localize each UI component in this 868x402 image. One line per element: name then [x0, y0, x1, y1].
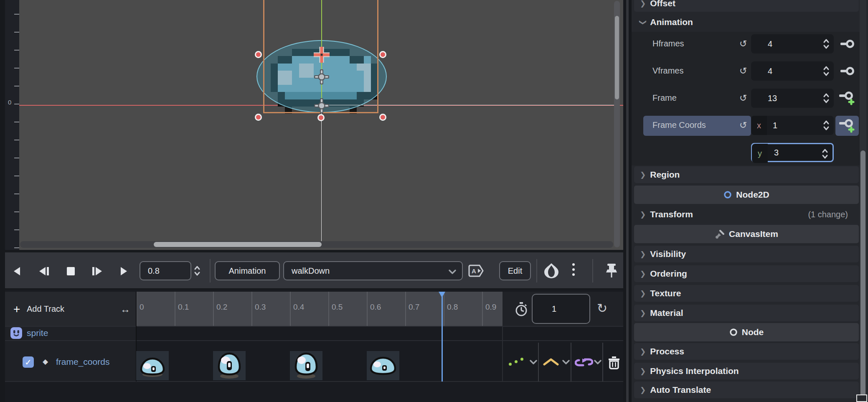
pin-animation-icon[interactable] — [604, 262, 619, 279]
revert-icon[interactable]: ↺ — [739, 38, 747, 49]
spinner-icon[interactable] — [823, 92, 830, 104]
interpolation-dropdown-icon[interactable] — [562, 359, 570, 364]
canvas-viewport[interactable]: 0 — [5, 0, 623, 250]
game-window-left-edge — [321, 105, 322, 247]
add-track-button[interactable]: Add Track — [27, 304, 64, 314]
spinner-icon[interactable] — [823, 120, 830, 131]
revert-icon[interactable]: ↺ — [739, 120, 747, 131]
position-crosshair[interactable] — [312, 45, 331, 64]
track-sprite-label[interactable]: sprite — [27, 328, 48, 338]
viewport-horizontal-scrollbar[interactable] — [20, 241, 613, 248]
vframes-field[interactable]: 4 — [751, 61, 834, 81]
section-ordering[interactable]: ❯ Ordering — [634, 265, 859, 282]
node-category-header[interactable]: Node — [634, 323, 859, 341]
keyframe-thumbnail[interactable] — [213, 351, 246, 380]
update-mode-icon[interactable] — [509, 358, 526, 366]
update-mode-dropdown-icon[interactable] — [530, 359, 537, 364]
play-backwards-button[interactable] — [13, 266, 22, 276]
settings-separator — [538, 343, 539, 382]
h-scroll-thumb[interactable] — [154, 242, 322, 247]
canvasitem-category-header[interactable]: CanvasItem — [634, 225, 859, 243]
revert-icon[interactable]: ↺ — [739, 66, 747, 76]
section-transform[interactable]: ❯ Transform (1 change) — [634, 206, 859, 223]
spinner-icon[interactable] — [823, 38, 830, 50]
onion-options-icon[interactable] — [572, 263, 575, 276]
edit-button[interactable]: Edit — [499, 261, 531, 280]
selection-handle-bottom-left[interactable] — [255, 114, 262, 121]
transform-change-note: (1 change) — [808, 210, 848, 219]
animation-panel: 0.8 Animation walkDown A Edit — [5, 252, 623, 402]
hframes-field[interactable]: 4 — [751, 34, 834, 53]
origin-gizmo[interactable] — [314, 98, 329, 113]
frame-coords-key-insert-button[interactable] — [835, 116, 859, 135]
timeline-playhead[interactable] — [442, 292, 443, 382]
pan-timeline-icon[interactable]: ↔ — [120, 303, 130, 315]
frame-coords-x-field[interactable]: x 1 — [751, 116, 834, 135]
playhead-handle[interactable] — [439, 292, 445, 298]
frame-field[interactable]: 13 — [751, 89, 834, 108]
play-button[interactable] — [119, 266, 128, 276]
viewport-vertical-scrollbar[interactable] — [614, 1, 620, 247]
node2d-category-header[interactable]: Node2D — [634, 186, 859, 204]
onion-skinning-icon[interactable] — [543, 262, 560, 279]
inspector-panel: ❯ Offset ❯ Animation Hframes ↺ 4 Vframes… — [632, 0, 868, 402]
chevron-down-icon: ❯ — [639, 19, 647, 25]
section-region[interactable]: ❯ Region — [634, 166, 859, 183]
loop-animation-icon[interactable]: ↻ — [597, 301, 607, 315]
keyframe-thumbnail[interactable] — [136, 351, 169, 380]
section-animation[interactable]: ❯ Animation — [634, 14, 859, 31]
spinner-icon[interactable] — [822, 148, 828, 160]
track-enabled-checkbox[interactable]: ✓ — [23, 356, 34, 368]
section-visibility[interactable]: ❯ Visibility — [634, 246, 859, 262]
section-offset[interactable]: ❯ Offset — [634, 0, 859, 12]
time-spinner[interactable] — [194, 265, 201, 277]
settings-separator — [602, 343, 603, 382]
selection-handle-bottom-center[interactable] — [317, 114, 325, 121]
revert-icon[interactable]: ↺ — [739, 93, 747, 104]
section-auto-translate[interactable]: ❯ Auto Translate — [634, 382, 859, 398]
vframes-label: Vframes — [652, 66, 683, 76]
hframes-key-button[interactable] — [835, 34, 859, 53]
canvas-area[interactable] — [19, 0, 623, 250]
interpolation-mode-icon[interactable] — [543, 358, 559, 366]
row-divider — [5, 326, 623, 327]
section-texture[interactable]: ❯ Texture — [634, 285, 859, 302]
animation-menu-button[interactable]: Animation — [215, 261, 280, 280]
panel-splitter[interactable] — [626, 0, 629, 402]
brush-icon — [715, 229, 725, 239]
track-frame-coords-label[interactable]: frame_coords — [56, 357, 109, 367]
frame-label: Frame — [652, 93, 677, 103]
section-physics-interpolation[interactable]: ❯ Physics Interpolation — [634, 363, 859, 379]
section-material[interactable]: ❯ Material — [634, 305, 859, 321]
add-track-plus-icon: + — [13, 303, 20, 316]
frame-coords-y-field[interactable]: y 3 — [751, 143, 834, 162]
spinner-icon[interactable] — [823, 65, 830, 77]
sprite2d-node-icon — [10, 327, 23, 339]
timeline-ruler[interactable]: 0 0.1 0.2 0.3 0.4 0.5 0.6 0.7 0.8 0.9 — [136, 292, 503, 326]
play-backwards-from-end-button[interactable] — [38, 266, 49, 276]
autoplay-on-load-icon[interactable]: A — [468, 264, 485, 278]
loop-wrap-mode-icon[interactable] — [575, 357, 593, 368]
v-scroll-thumb[interactable] — [615, 16, 619, 99]
chevron-right-icon: ❯ — [640, 270, 646, 278]
frame-key-insert-button[interactable] — [835, 89, 859, 108]
hframes-label: Hframes — [652, 39, 684, 48]
selection-handle-bottom-right[interactable] — [379, 114, 386, 121]
stop-button[interactable] — [66, 266, 75, 276]
center-anchor-gizmo[interactable] — [314, 69, 329, 84]
keyframe-thumbnail[interactable] — [367, 351, 399, 380]
loop-wrap-dropdown-icon[interactable] — [594, 359, 602, 364]
play-from-position-button[interactable] — [92, 266, 103, 276]
inspector-scroll-thumb[interactable] — [860, 150, 865, 402]
inspector-scrollbar[interactable] — [860, 0, 866, 402]
animation-length-field[interactable]: 1 — [532, 294, 590, 324]
selection-handle-left[interactable] — [255, 51, 262, 58]
vframes-key-button[interactable] — [835, 61, 859, 81]
delete-track-icon[interactable] — [607, 355, 621, 369]
keyframe-thumbnail[interactable] — [290, 351, 322, 380]
frame-coords-label: Frame Coords — [652, 120, 706, 130]
time-field[interactable]: 0.8 — [140, 261, 191, 280]
selection-handle-right[interactable] — [379, 51, 386, 58]
animation-select-dropdown[interactable]: walkDown — [283, 261, 463, 280]
section-process[interactable]: ❯ Process — [634, 343, 859, 360]
